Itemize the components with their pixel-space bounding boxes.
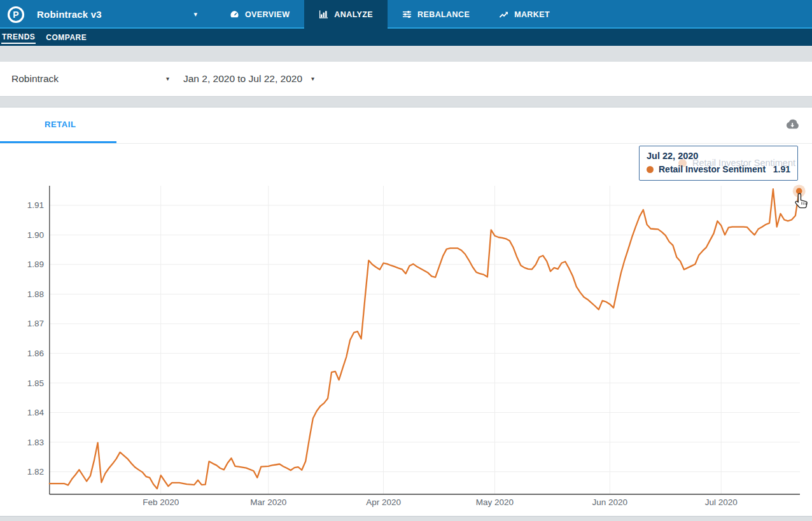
portfolio-selector-row: Robintrack ▾ Jan 2, 2020 to Jul 22, 2020… (0, 62, 812, 97)
y-axis-label: 1.89 (27, 260, 44, 269)
x-axis-label: Jul 2020 (705, 497, 738, 507)
sentiment-chart[interactable]: Feb 2020Mar 2020Apr 2020May 2020Jun 2020… (0, 144, 812, 516)
tooltip-date: Jul 22, 2020 (647, 151, 790, 161)
bar-chart-icon (319, 10, 328, 19)
tab-trends[interactable]: TRENDS (1, 31, 36, 44)
top-navigation-bar: P Robintrack v3 ▾ OVERVIEW (0, 0, 812, 29)
caret-down-icon: ▾ (166, 76, 169, 82)
analyze-card: RETAIL Feb 2020Mar 2020Apr 2020May 2020J… (0, 107, 812, 517)
chart-tabs-row: RETAIL (0, 108, 812, 144)
nav-overview-label: OVERVIEW (245, 10, 290, 19)
nav-market-label: MARKET (514, 10, 550, 19)
analyze-page: P Robintrack v3 ▾ OVERVIEW (0, 0, 812, 521)
date-range-value: Jan 2, 2020 to Jul 22, 2020 (183, 73, 302, 85)
nav-rebalance[interactable]: REBALANCE (388, 0, 484, 29)
tooltip-value: 1.91 (773, 164, 790, 174)
nav-overview[interactable]: OVERVIEW (215, 0, 304, 29)
portfolio-group-selector[interactable]: Robintrack v3 ▾ (37, 0, 197, 29)
caret-down-icon: ▾ (311, 76, 314, 82)
x-axis-label: Jun 2020 (592, 497, 628, 507)
page-title: Robintrack v3 (37, 9, 102, 20)
nav-market[interactable]: MARKET (484, 0, 564, 29)
app-logo[interactable]: P (0, 0, 32, 29)
tooltip-series-label: Retail Investor Sentiment (659, 164, 766, 174)
svg-text:P: P (13, 10, 18, 20)
main-nav: OVERVIEW ANALYZE (215, 0, 564, 29)
cloud-download-icon (783, 118, 801, 130)
tab-retail[interactable]: RETAIL (45, 120, 76, 129)
y-axis-label: 1.84 (27, 408, 45, 417)
tooltip-series-row: Retail Investor Sentiment 1.91 (647, 164, 790, 174)
y-axis-label: 1.88 (27, 289, 44, 299)
nav-rebalance-label: REBALANCE (417, 10, 470, 19)
x-axis-label: Apr 2020 (366, 497, 401, 507)
y-axis-label: 1.85 (27, 379, 44, 388)
y-axis-label: 1.86 (27, 349, 44, 358)
sliders-icon (402, 10, 412, 19)
download-button[interactable] (782, 117, 802, 134)
sentiment-line (50, 189, 799, 489)
nav-analyze[interactable]: ANALYZE (304, 0, 388, 29)
y-axis-label: 1.82 (27, 467, 44, 476)
gauge-icon (230, 10, 239, 19)
chart-tooltip: Jul 22, 2020 Retail Investor Sentiment 1… (639, 146, 798, 181)
portfolio-dropdown-value: Robintrack (11, 73, 59, 85)
trend-line-icon (499, 10, 508, 19)
sentiment-chart-canvas[interactable]: Feb 2020Mar 2020Apr 2020May 2020Jun 2020… (0, 144, 812, 516)
y-axis-label: 1.83 (27, 438, 44, 447)
x-axis-label: Mar 2020 (250, 497, 286, 507)
x-axis-label: May 2020 (476, 497, 514, 507)
sub-navigation: TRENDS COMPARE (0, 29, 812, 46)
y-axis-label: 1.91 (27, 200, 44, 210)
tooltip-series-dot (647, 166, 654, 173)
x-axis-label: Feb 2020 (143, 497, 179, 507)
hand-cursor-icon (794, 192, 810, 211)
y-axis-label: 1.90 (27, 230, 44, 240)
active-tab-underline (0, 141, 116, 143)
nav-analyze-label: ANALYZE (334, 10, 373, 19)
tab-compare[interactable]: COMPARE (45, 32, 87, 43)
portfolio-dropdown[interactable]: Robintrack ▾ (11, 73, 169, 85)
logo-icon: P (6, 5, 25, 24)
y-axis-label: 1.87 (27, 319, 44, 328)
date-range-dropdown[interactable]: Jan 2, 2020 to Jul 22, 2020 ▾ (183, 73, 314, 85)
caret-down-icon[interactable]: ▾ (193, 11, 197, 18)
